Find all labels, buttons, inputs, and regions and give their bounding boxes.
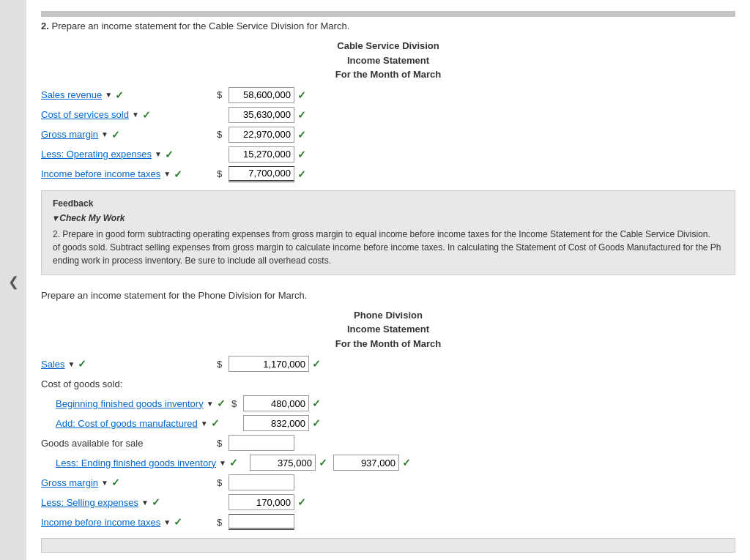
phone-goods-available-input[interactable] [229, 435, 294, 451]
cable-operating-expenses-input[interactable] [229, 146, 294, 163]
phone-goods-avail-dollar: $ [217, 438, 224, 449]
phone-beginning-inventory-row: Beginning finished goods inventory ▼ ✓ $… [41, 395, 735, 412]
cable-gross-margin-input[interactable] [229, 127, 294, 143]
phone-cost-manufactured-check: ✓ [211, 417, 220, 429]
cable-sales-revenue-check: ✓ [115, 89, 124, 101]
cable-operating-expenses-dropdown[interactable]: ▼ [155, 150, 162, 158]
phone-cost-manufactured-row: Add: Cost of goods manufactured ▼ ✓ $ ✓ [41, 414, 735, 432]
phone-selling-expenses-link[interactable]: Less: Selling expenses [41, 497, 138, 508]
cable-gross-margin-value-check: ✓ [297, 129, 306, 141]
phone-division-statement: Phone Division Income Statement For the … [41, 308, 735, 531]
phone-selling-expenses-value-check: ✓ [297, 496, 306, 508]
phone-cost-of-goods-label: Cost of goods sold: [41, 378, 217, 389]
phone-ending-inventory-dropdown[interactable]: ▼ [219, 459, 226, 467]
cable-gross-margin-row: Gross margin ▼ ✓ $ ✓ [41, 126, 735, 143]
cable-cost-services-row: Cost of services sold ▼ ✓ $ ✓ [41, 106, 735, 124]
phone-cost-manufactured-input[interactable] [243, 415, 309, 431]
phone-gross-margin-input[interactable] [229, 474, 294, 490]
phone-sales-check: ✓ [78, 358, 86, 370]
phone-selling-expenses-row: Less: Selling expenses ▼ ✓ $ ✓ [41, 493, 735, 511]
cable-gross-margin-dropdown[interactable]: ▼ [101, 130, 108, 138]
phone-cost-manufactured-value-check: ✓ [312, 417, 321, 429]
cable-income-before-taxes-link[interactable]: Income before income taxes [41, 168, 160, 179]
cable-cost-services-dropdown[interactable]: ▼ [132, 111, 139, 119]
phone-income-before-taxes-input[interactable] [229, 514, 294, 530]
cable-cost-services-input[interactable] [229, 107, 294, 123]
cable-sales-input[interactable] [229, 87, 294, 103]
cable-operating-expenses-link[interactable]: Less: Operating expenses [41, 149, 152, 160]
cable-income-before-taxes-check: ✓ [174, 168, 182, 180]
cable-income-before-taxes-row: Income before income taxes ▼ ✓ $ ✓ [41, 165, 735, 183]
cable-income-before-taxes-value-check: ✓ [297, 168, 306, 180]
phone-beginning-inv-dollar: $ [231, 398, 239, 409]
cable-income-before-taxes-dropdown[interactable]: ▼ [163, 170, 171, 178]
feedback-text-3: ending work in process inventory. Be sur… [53, 254, 724, 267]
top-progress-bar [41, 11, 735, 17]
phone-beginning-inventory-input[interactable] [243, 395, 309, 411]
cable-service-title: Cable Service Division Income Statement … [41, 39, 735, 82]
bottom-feedback-bar [41, 538, 735, 553]
phone-division-title: Phone Division Income Statement For the … [41, 308, 735, 351]
cable-sales-dollar: $ [217, 89, 224, 100]
phone-ending-inventory-check: ✓ [229, 457, 238, 468]
back-arrow-icon: ❮ [8, 274, 19, 290]
phone-beginning-inventory-check: ✓ [217, 397, 226, 409]
phone-selling-expenses-check: ✓ [152, 496, 160, 508]
phone-section-intro: Prepare an income statement for the Phon… [41, 290, 735, 301]
cable-income-before-taxes-input[interactable] [229, 166, 294, 182]
phone-sales-value-check: ✓ [312, 358, 321, 370]
cable-sales-value-check: ✓ [297, 89, 306, 101]
cable-cost-services-value-check: ✓ [297, 109, 306, 121]
phone-income-before-taxes-dropdown[interactable]: ▼ [163, 518, 171, 526]
phone-beginning-inventory-dropdown[interactable]: ▼ [207, 400, 214, 408]
cable-gross-margin-link[interactable]: Gross margin [41, 129, 98, 140]
phone-ending-inventory-link[interactable]: Less: Ending finished goods inventory [56, 458, 216, 468]
phone-ending-inventory-value-check2: ✓ [402, 457, 411, 468]
phone-gross-margin-link[interactable]: Gross margin [41, 477, 98, 488]
phone-ending-inventory-value-check: ✓ [319, 457, 327, 468]
feedback-text-2: of goods sold. Subtract selling expenses… [53, 241, 724, 254]
phone-sales-input[interactable] [229, 356, 309, 372]
phone-selling-expenses-input[interactable] [229, 494, 294, 510]
phone-sales-dropdown[interactable]: ▼ [68, 360, 75, 368]
phone-ending-inventory-row: Less: Ending finished goods inventory ▼ … [41, 454, 735, 471]
section2-instruction: 2. Prepare an income statement for the C… [41, 20, 735, 31]
cable-sales-revenue-link[interactable]: Sales revenue [41, 89, 102, 100]
phone-gross-margin-check: ✓ [111, 477, 120, 488]
phone-ending-inventory-input[interactable] [250, 455, 316, 471]
phone-goods-available-label: Goods available for sale [41, 438, 217, 449]
phone-cost-of-goods-label-row: Cost of goods sold: [41, 375, 735, 392]
phone-cost-manufactured-dropdown[interactable]: ▼ [201, 419, 208, 428]
phone-beginning-inventory-value-check: ✓ [312, 397, 321, 409]
cable-service-statement: Cable Service Division Income Statement … [41, 39, 735, 183]
phone-cost-manufactured-link[interactable]: Add: Cost of goods manufactured [56, 418, 198, 429]
phone-income-before-taxes-link[interactable]: Income before income taxes [41, 517, 160, 528]
phone-ending-inventory-input2[interactable] [333, 455, 399, 471]
feedback-title: Feedback [53, 198, 724, 209]
cable-gross-margin-check: ✓ [111, 129, 120, 141]
cable-operating-expenses-value-check: ✓ [297, 149, 306, 160]
cable-operating-expenses-check: ✓ [165, 149, 174, 160]
phone-selling-expenses-dropdown[interactable]: ▼ [141, 499, 149, 507]
cable-sales-revenue-row: Sales revenue ▼ ✓ $ ✓ [41, 86, 735, 104]
cable-income-dollar: $ [217, 168, 224, 179]
phone-sales-dollar: $ [217, 359, 224, 370]
check-my-work-label[interactable]: ▾ Check My Work [53, 213, 724, 223]
phone-income-dollar: $ [217, 517, 224, 528]
cable-cost-services-check: ✓ [142, 109, 151, 121]
cable-gross-dollar: $ [217, 129, 224, 140]
phone-sales-link[interactable]: Sales [41, 359, 65, 370]
cable-sales-revenue-dropdown[interactable]: ▼ [105, 91, 112, 99]
cable-operating-expenses-row: Less: Operating expenses ▼ ✓ $ ✓ [41, 146, 735, 163]
phone-income-before-taxes-check: ✓ [174, 516, 182, 528]
feedback-text-1: 2. Prepare in good form subtracting oper… [53, 228, 724, 241]
phone-gross-margin-row: Gross margin ▼ ✓ $ [41, 474, 735, 491]
phone-sales-row: Sales ▼ ✓ $ ✓ [41, 355, 735, 373]
phone-gross-margin-dropdown[interactable]: ▼ [101, 479, 108, 487]
back-navigation[interactable]: ❮ [0, 0, 26, 560]
phone-beginning-inventory-link[interactable]: Beginning finished goods inventory [56, 398, 204, 409]
feedback-section: Feedback ▾ Check My Work 2. Prepare in g… [41, 190, 735, 275]
cable-cost-services-link[interactable]: Cost of services sold [41, 109, 129, 120]
phone-goods-available-row: Goods available for sale $ [41, 434, 735, 452]
phone-gross-dollar: $ [217, 477, 224, 488]
